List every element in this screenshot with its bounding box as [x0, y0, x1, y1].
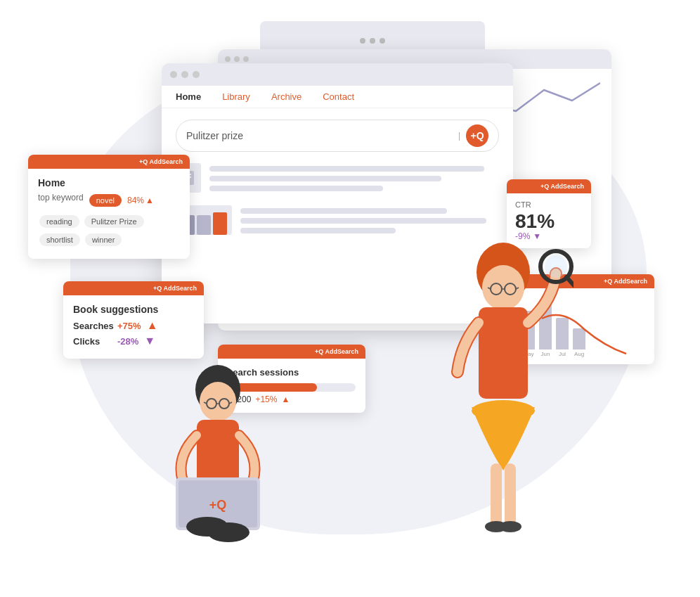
bar-aug-label: Aug: [574, 351, 584, 357]
arrow-down-clicks: ▼: [144, 335, 155, 347]
stat-value-searches: +75%: [117, 321, 141, 331]
top-keyword-row: top keyword novel 84% ▲: [38, 193, 180, 208]
result-line: [240, 228, 396, 233]
browser-dot-2: [181, 71, 188, 78]
browser-dot-3: [193, 71, 200, 78]
result-line: [240, 208, 447, 214]
bar-aug: Aug: [573, 328, 585, 357]
bg-dot-2: [234, 56, 240, 62]
addsearch-logo-4: +Q AddSearch: [604, 278, 647, 285]
nav-home[interactable]: Home: [176, 91, 201, 102]
keyword-row-2: shortlist winner: [38, 232, 180, 248]
top-keyword-pct-value: 84%: [127, 195, 144, 205]
widget-suggestions-title: Book suggestions: [73, 304, 194, 315]
browser-titlebar: [162, 63, 513, 86]
search-button[interactable]: +Q: [466, 124, 488, 147]
addsearch-logo-2: +Q AddSearch: [153, 285, 197, 292]
search-bar[interactable]: Pulitzer prize | +Q: [176, 120, 499, 152]
person-sitting: +Q: [155, 358, 281, 555]
arrow-up-searches: ▲: [147, 319, 158, 332]
keyword-reading: reading: [39, 215, 79, 228]
cursor: |: [458, 131, 460, 141]
top-keyword-pct: 84% ▲: [127, 195, 154, 205]
browser-dot-1: [170, 71, 177, 78]
person-standing: [433, 231, 573, 555]
result-lines-1: [209, 163, 499, 195]
widget-keywords: +Q AddSearch Home top keyword novel 84% …: [28, 155, 190, 259]
browser-nav: Home Library Archive Contact: [162, 86, 513, 108]
result-line: [240, 218, 486, 224]
svg-point-22: [200, 382, 236, 421]
result-line: [209, 186, 383, 191]
ctr-title: CTR: [515, 200, 583, 209]
widget-keywords-header: +Q AddSearch: [28, 155, 190, 169]
widget-sessions-header: +Q AddSearch: [218, 345, 365, 359]
nav-contact[interactable]: Contact: [323, 91, 354, 102]
widget-ctr-header: +Q AddSearch: [507, 179, 591, 193]
svg-rect-17: [491, 463, 502, 527]
result-line: [209, 166, 484, 172]
sessions-arrow: ▲: [281, 394, 290, 404]
widget-keywords-title: Home: [38, 177, 180, 188]
widget-keywords-body: Home top keyword novel 84% ▲ reading Pul…: [28, 169, 190, 259]
keyword-winner: winner: [85, 233, 122, 246]
bg-dot-1: [225, 56, 231, 62]
arrow-up-icon: ▲: [145, 195, 154, 205]
book-3: [213, 212, 227, 235]
top-keyword-label: top keyword: [38, 193, 84, 203]
widget-suggestions-header: +Q AddSearch: [63, 281, 204, 295]
nav-archive[interactable]: Archive: [271, 91, 302, 102]
svg-rect-12: [479, 307, 528, 399]
svg-point-20: [499, 521, 521, 532]
stat-label-clicks: Clicks: [73, 336, 112, 347]
stat-value-clicks: -28%: [117, 336, 138, 347]
keyword-row-1: reading Pulitzer Prize: [38, 214, 180, 229]
dot-2: [370, 38, 375, 44]
addsearch-logo-3: +Q AddSearch: [540, 183, 584, 190]
scene: Home Library Archive Contact Pulitzer pr…: [0, 0, 700, 597]
top-keyword-badge: novel: [89, 194, 122, 207]
widget-suggestions: +Q AddSearch Book suggestions Searches +…: [63, 281, 204, 359]
svg-point-15: [545, 255, 567, 278]
nav-library[interactable]: Library: [222, 91, 250, 102]
keyword-shortlist: shortlist: [39, 233, 80, 246]
dot-1: [360, 38, 365, 44]
addsearch-logo-5: +Q AddSearch: [315, 348, 358, 355]
search-text: Pulitzer prize: [186, 130, 453, 141]
result-item-1: [176, 163, 499, 195]
widget-suggestions-body: Book suggestions Searches +75% ▲ Clicks …: [63, 295, 204, 359]
book-2: [197, 215, 211, 235]
svg-text:+Q: +Q: [209, 498, 227, 512]
bar-aug-fill: [573, 328, 585, 349]
stat-label-searches: Searches: [73, 321, 112, 331]
stat-row-searches: Searches +75% ▲: [73, 319, 194, 332]
ctr-value: 81%: [515, 212, 583, 231]
addsearch-logo: +Q AddSearch: [139, 158, 183, 165]
bg-dot-3: [243, 56, 249, 62]
svg-point-33: [207, 522, 249, 542]
stat-row-clicks: Clicks -28% ▼: [73, 335, 194, 347]
result-line: [209, 176, 441, 181]
svg-rect-18: [505, 463, 516, 527]
dot-3: [380, 38, 385, 44]
svg-line-16: [566, 277, 573, 291]
keyword-pulitzer: Pulitzer Prize: [84, 215, 144, 228]
